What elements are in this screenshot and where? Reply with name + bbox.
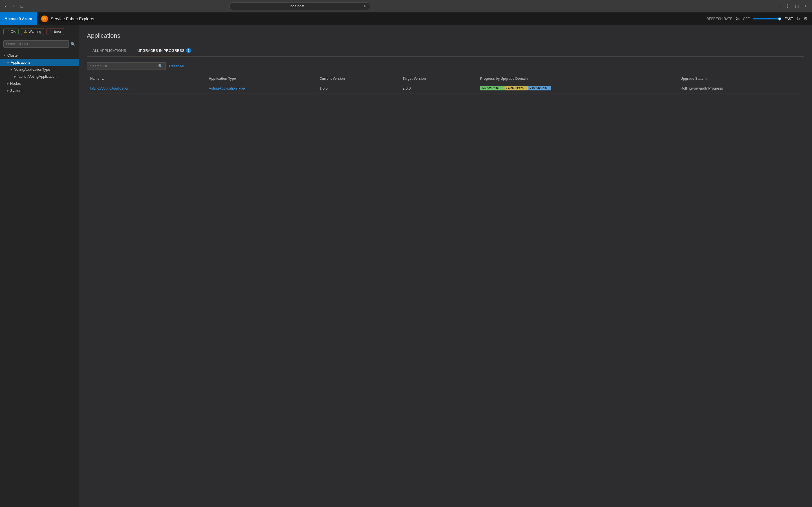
refresh-value: 2s [736, 17, 740, 21]
refresh-page-icon[interactable]: ↻ [363, 4, 366, 8]
col-upgrade-state[interactable]: Upgrade State ▿ [677, 74, 804, 83]
ok-label: OK [11, 30, 15, 34]
cell-target-version: 2.0.0 [399, 83, 477, 94]
refresh-icon[interactable]: ↻ [797, 16, 800, 21]
tree-item-applications[interactable]: ▼ Applications [0, 59, 79, 66]
download-icon[interactable]: ↓ [776, 3, 782, 10]
col-current-version: Current Version [316, 74, 399, 83]
app-title: Service Fabric Explorer [51, 16, 95, 21]
cluster-label: Cluster [7, 53, 19, 57]
chevron-nodes: ▶ [7, 82, 9, 85]
browser-right-icons: ↓ ⇧ ◻ + [776, 2, 809, 10]
url-text: localhost [233, 4, 361, 8]
warning-icon: ⚠ [24, 30, 27, 34]
refresh-slider[interactable] [753, 18, 781, 19]
settings-icon[interactable]: ⚙ [804, 16, 808, 21]
cell-apptype: VotingApplicationType [206, 83, 316, 94]
azure-brand: Microsoft Azure [0, 12, 37, 25]
error-icon: ✕ [50, 30, 52, 34]
slider-track[interactable] [753, 18, 781, 19]
app-container: Microsoft Azure ⚙ Service Fabric Explore… [0, 12, 812, 507]
tab-all-label: ALL APPLICATIONS [93, 48, 126, 53]
slider-thumb [778, 17, 781, 20]
applications-table: Name ▲ Application Type Current Version … [87, 74, 804, 94]
tree-item-votingapptype[interactable]: ▼ VotingApplicationType [0, 66, 79, 73]
top-bar: Microsoft Azure ⚙ Service Fabric Explore… [0, 12, 812, 25]
address-bar: localhost ↻ [229, 2, 370, 10]
list-search-icon: 🔍 [158, 64, 163, 68]
app-logo: ⚙ [41, 15, 48, 22]
cell-current-version: 1.0.0 [316, 83, 399, 94]
domain-pill-3[interactable]: cf68563e16... [528, 86, 551, 91]
search-cluster-input[interactable] [3, 40, 69, 48]
search-area: 🔍 [0, 38, 79, 50]
col-progress: Progress by Upgrade Domain [477, 74, 677, 83]
domain-pill-1[interactable]: b9d52c016a... [480, 86, 504, 91]
error-status-button[interactable]: ✕ Error [47, 28, 64, 35]
app-logo-icon: ⚙ [43, 17, 46, 21]
tab-all-applications[interactable]: ALL APPLICATIONS [87, 45, 132, 56]
browser-chrome: ‹ › □ localhost ↻ ↓ ⇧ ◻ + [0, 0, 812, 12]
chevron-cluster: ▼ [3, 54, 6, 57]
refresh-toggle[interactable]: OFF [743, 17, 750, 21]
content-area: Applications ALL APPLICATIONS UPGRADES I… [79, 25, 812, 507]
warning-status-button[interactable]: ⚠ Warning [21, 28, 44, 35]
cell-progress: b9d52c016a... c2e9eff1976... cf68563e16.… [477, 83, 677, 94]
domain-pill-2[interactable]: c2e9eff1976... [504, 86, 528, 91]
ok-status-button[interactable]: ✓ OK [3, 28, 18, 35]
system-label: System [10, 89, 22, 93]
app-type-link[interactable]: VotingApplicationType [209, 86, 245, 91]
fabricvoting-label: fabric:/VotingApplication [17, 74, 57, 78]
table-row: fabric:/VotingApplication VotingApplicat… [87, 83, 804, 94]
list-search-container: 🔍 [87, 62, 166, 70]
tree-item-system[interactable]: ▶ System [0, 87, 79, 94]
chevron-votingapptype: ▼ [10, 68, 13, 71]
extend-icon[interactable]: + [803, 3, 809, 10]
filter-icon: ▿ [705, 77, 707, 80]
warning-label: Warning [29, 30, 41, 34]
search-list-input[interactable] [90, 64, 156, 68]
status-bar: ✓ OK ⚠ Warning ✕ Error [0, 25, 79, 38]
error-label: Error [54, 30, 61, 34]
top-bar-right: REFRESH RATE 2s OFF FAST ↻ ⚙ [707, 16, 808, 21]
sidebar: ✓ OK ⚠ Warning ✕ Error 🔍 [0, 25, 79, 507]
slider-fill [753, 18, 777, 19]
nodes-label: Nodes [10, 81, 21, 86]
ok-icon: ✓ [6, 30, 9, 34]
share-icon[interactable]: ⇧ [784, 2, 791, 10]
tree-item-fabricvoting[interactable]: ▶ fabric:/VotingApplication [0, 73, 79, 80]
chevron-system: ▶ [7, 89, 9, 92]
tab-upgrades-in-progress[interactable]: UPGRADES IN PROGRESS 1 [132, 45, 197, 56]
app-name-link[interactable]: fabric:/VotingApplication [90, 86, 130, 91]
votingapptype-label: VotingApplicationType [14, 67, 50, 71]
upgrades-badge: 1 [186, 48, 191, 53]
col-target-version: Target Version [399, 74, 477, 83]
view-button[interactable]: □ [19, 3, 25, 10]
chevron-fabricvoting: ▶ [14, 75, 16, 78]
sort-icon: ▲ [101, 77, 104, 80]
tab-icon[interactable]: ◻ [794, 2, 801, 10]
applications-label: Applications [11, 60, 31, 64]
cell-name: fabric:/VotingApplication [87, 83, 206, 94]
back-button[interactable]: ‹ [3, 3, 8, 10]
col-apptype: Application Type [206, 74, 316, 83]
nav-tree: ▼ Cluster ▼ Applications ▼ VotingApplica… [0, 50, 79, 507]
forward-button[interactable]: › [11, 3, 16, 10]
search-icon: 🔍 [70, 42, 75, 46]
tab-upgrades-label: UPGRADES IN PROGRESS [137, 48, 185, 53]
col-name[interactable]: Name ▲ [87, 74, 206, 83]
app-title-area: ⚙ Service Fabric Explorer [41, 15, 707, 22]
page-title: Applications [87, 32, 804, 40]
tree-item-nodes[interactable]: ▶ Nodes [0, 80, 79, 87]
chevron-applications: ▼ [6, 61, 10, 64]
tree-item-cluster[interactable]: ▼ Cluster [0, 52, 79, 59]
filter-bar: 🔍 Reset All [87, 62, 804, 70]
cell-upgrade-state: RollingForwardInProgress [677, 83, 804, 94]
refresh-rate-label: REFRESH RATE [707, 17, 732, 21]
fast-label: FAST [784, 17, 793, 21]
tabs: ALL APPLICATIONS UPGRADES IN PROGRESS 1 [87, 45, 804, 57]
table-header-row: Name ▲ Application Type Current Version … [87, 74, 804, 83]
domain-pills: b9d52c016a... c2e9eff1976... cf68563e16.… [480, 86, 674, 91]
main-area: ✓ OK ⚠ Warning ✕ Error 🔍 [0, 25, 812, 507]
reset-all-button[interactable]: Reset All [169, 64, 184, 68]
